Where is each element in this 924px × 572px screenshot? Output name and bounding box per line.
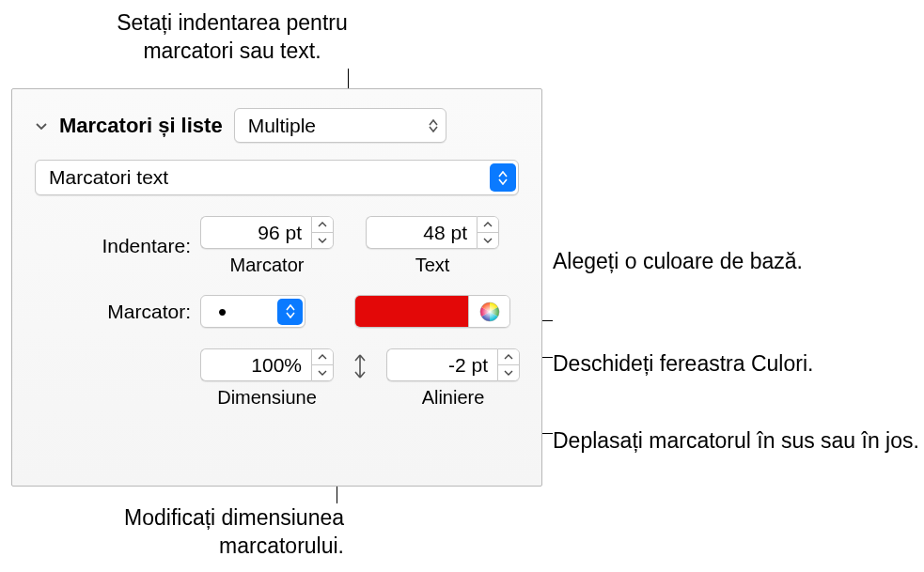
callout-base-color: Alegeți o culoare de bază. [553,248,803,276]
indent-label: Indentare: [35,235,200,257]
callout-colors-window: Deschideți fereastra Culori. [553,350,813,379]
indent-marcator-sublabel: Marcator [230,255,305,276]
stepper-down-button[interactable] [498,365,519,380]
marcator-label: Marcator: [35,301,200,323]
size-sublabel: Dimensiune [217,387,317,409]
bullet-align-input[interactable] [386,348,497,381]
bullet-align-stepper[interactable] [386,348,520,381]
bullet-color-swatch[interactable] [355,296,468,327]
indent-text-stepper[interactable] [366,216,499,249]
bullet-type-popup[interactable]: Marcatori text [35,160,519,195]
list-style-value: Multiple [248,115,316,137]
callout-move-bullet: Deplasați marcatorul în sus sau în jos. [553,427,919,456]
chevron-up-down-icon [490,163,516,192]
stepper-up-button[interactable] [312,217,333,233]
indent-marcator-stepper[interactable] [200,216,334,249]
chevron-up-down-icon [277,299,303,325]
chevron-up-down-icon [429,119,438,132]
callout-bullet-size: Modificați dimensiunea marcatorului. [34,504,344,561]
color-wheel-icon [479,301,500,322]
callout-indentation: Setați indentarea pentru marcatori sau t… [86,9,378,66]
section-title: Marcatori și liste [59,114,223,138]
indent-marcator-input[interactable] [200,216,311,249]
indent-text-sublabel: Text [415,255,450,276]
bullet-character-popup[interactable]: • [200,295,305,328]
stepper-down-button[interactable] [478,233,498,248]
indent-text-input[interactable] [366,216,477,249]
list-style-popup[interactable]: Multiple [234,108,446,143]
stepper-up-button[interactable] [478,217,498,233]
bullets-lists-panel: Marcatori și liste Multiple Marcatori te… [11,88,542,487]
vertical-align-icon [352,348,368,379]
bullet-size-input[interactable] [200,348,311,381]
stepper-down-button[interactable] [312,233,333,248]
bullet-size-stepper[interactable] [200,348,334,381]
align-sublabel: Aliniere [422,387,485,409]
stepper-up-button[interactable] [312,349,333,365]
stepper-down-button[interactable] [312,365,333,380]
stepper-up-button[interactable] [498,349,519,365]
disclosure-triangle[interactable] [35,119,48,132]
color-picker-button[interactable] [468,296,509,327]
bullet-type-value: Marcatori text [49,166,168,189]
